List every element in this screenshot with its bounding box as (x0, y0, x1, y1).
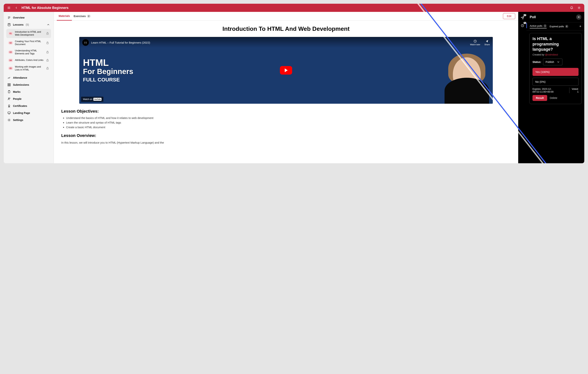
rail-send-button[interactable]: 2 (520, 15, 525, 21)
svg-rect-6 (47, 68, 48, 69)
objective-item: Learn the structure and syntax of HTML t… (66, 121, 511, 124)
video-person-silhouette (444, 52, 489, 104)
overview-heading: Lesson Overview: (61, 133, 511, 138)
lesson-number: 01 (8, 32, 13, 35)
lesson-title: Introduction to HTML and Web Development (15, 31, 44, 37)
clipboard-icon (7, 90, 11, 94)
clock-history-icon (521, 24, 524, 27)
poll-author: @rotimibest (545, 53, 558, 56)
gear-icon (7, 118, 11, 122)
chevron-up-icon (47, 23, 50, 26)
content-tabs: Materials Exercises 2 Edit (54, 12, 518, 21)
edit-button[interactable]: Edit (503, 13, 515, 19)
tab-badge: 2 (87, 15, 91, 18)
status-select[interactable]: Publish (543, 59, 562, 65)
poll-voted: Voted: 1 (569, 88, 578, 93)
sidebar-item-lessons[interactable]: Lessons (5) (5, 21, 52, 28)
svg-rect-9 (8, 85, 9, 86)
lesson-item[interactable]: 02 Creating Your First HTML Document (6, 38, 51, 48)
poll-panel-title: Poll (530, 15, 536, 19)
poll-tab-badge: 4 (565, 25, 568, 28)
close-button[interactable] (576, 14, 581, 20)
lessons-list: 01 Introduction to HTML and Web Developm… (5, 29, 52, 73)
lesson-number: 03 (8, 51, 13, 54)
video-overlay-sub: FULL COURSE (83, 77, 133, 83)
tab-materials[interactable]: Materials (57, 12, 72, 21)
objective-item: Create a basic HTML document (66, 125, 511, 129)
lock-icon (46, 51, 49, 54)
share-button[interactable]: Share (484, 40, 490, 46)
lock-icon (46, 32, 49, 35)
svg-rect-4 (47, 52, 48, 53)
lesson-content: Introduction To HTML And Web Development… (54, 21, 518, 163)
sidebar-label: Attendance (13, 76, 27, 79)
sidebar-item-certificates[interactable]: Certificates (5, 102, 52, 109)
lock-icon (46, 59, 49, 62)
chevron-down-icon (557, 60, 560, 64)
svg-rect-15 (8, 112, 10, 114)
lesson-heading: Introduction To HTML And Web Development (61, 25, 511, 32)
lesson-title: Working with Images and Lists in HTML (15, 65, 44, 72)
lesson-item[interactable]: 04 Attributes, Colors And Links (6, 57, 51, 63)
sidebar-label: People (13, 97, 21, 100)
poll-option-no[interactable]: No (0%) (533, 78, 578, 86)
bell-icon[interactable] (569, 6, 574, 10)
monitor-icon (7, 111, 11, 115)
menu-icon[interactable] (7, 6, 11, 10)
lesson-item[interactable]: 05 Working with Images and Lists in HTML (6, 64, 51, 73)
grid-icon (7, 83, 11, 86)
status-label: Status: (533, 61, 541, 63)
svg-point-16 (9, 120, 10, 121)
watch-later-button[interactable]: Watch later (470, 40, 480, 46)
poll-question: Is HTML a programming language? (533, 36, 578, 52)
svg-rect-8 (10, 83, 10, 84)
poll-option-yes[interactable]: Yes (100%) (533, 68, 578, 76)
svg-rect-10 (10, 85, 10, 86)
page-title: HTML for Absolute Beginners (21, 6, 68, 10)
video-overlay-line2: For Beginners (83, 68, 133, 75)
lesson-item[interactable]: 01 Introduction to HTML and Web Developm… (6, 29, 51, 38)
lesson-title: Creating Your First HTML Document (15, 40, 44, 46)
clock-icon (473, 40, 477, 43)
poll-tab-active[interactable]: Active polls 1 (530, 24, 546, 28)
back-arrow-icon[interactable] (14, 6, 19, 10)
video-embed[interactable]: HTML For Beginners FULL COURSE (◦) Learn… (79, 37, 493, 104)
sidebar-label: Landing Page (13, 112, 30, 114)
lessons-count: (5) (26, 23, 29, 26)
sidebar-item-marks[interactable]: Marks (5, 88, 52, 95)
video-overlay-line1: HTML (83, 58, 133, 68)
poll-tab-badge: 1 (544, 24, 546, 27)
list-icon (7, 16, 11, 19)
video-title: Learn HTML – Full Tutorial for Beginners… (91, 41, 150, 44)
send-icon (521, 16, 524, 20)
sidebar-item-submissions[interactable]: Submissions (5, 81, 52, 88)
svg-point-13 (10, 98, 10, 99)
result-button[interactable]: Result (533, 95, 547, 101)
tab-exercises[interactable]: Exercises 2 (72, 12, 93, 20)
rail-badge: 5 (524, 22, 526, 24)
rail-poll-button[interactable]: 5 (520, 23, 525, 29)
sidebar-item-landing-page[interactable]: Landing Page (5, 109, 52, 116)
sidebar-item-people[interactable]: People (5, 95, 52, 102)
lesson-item[interactable]: 03 Understanding HTML Elements and Tags (6, 48, 51, 57)
award-icon (7, 104, 11, 108)
sidebar-item-attendance[interactable]: Attendance (5, 74, 52, 81)
lock-icon (46, 67, 49, 70)
sidebar-item-settings[interactable]: Settings (5, 116, 52, 124)
tab-label: Exercises (74, 15, 86, 18)
sidebar-item-overview[interactable]: Overview (5, 14, 52, 21)
share-icon (485, 40, 489, 43)
svg-point-0 (578, 7, 580, 8)
theme-toggle-icon[interactable] (577, 6, 581, 10)
sidebar-label: Overview (13, 16, 24, 19)
poll-created-by: Created by @rotimibest (533, 53, 578, 56)
sidebar-label: Lessons (13, 23, 24, 26)
add-poll-button[interactable]: + (579, 24, 581, 28)
sidebar-label: Certificates (13, 104, 27, 107)
people-icon (7, 97, 11, 101)
poll-tab-expired[interactable]: Expired polls 4 (550, 25, 568, 28)
play-button-icon[interactable] (280, 66, 292, 74)
delete-button[interactable]: Delete (550, 96, 557, 99)
lesson-number: 02 (8, 41, 13, 44)
watch-on-youtube[interactable]: Watch on YouTube (81, 97, 103, 102)
